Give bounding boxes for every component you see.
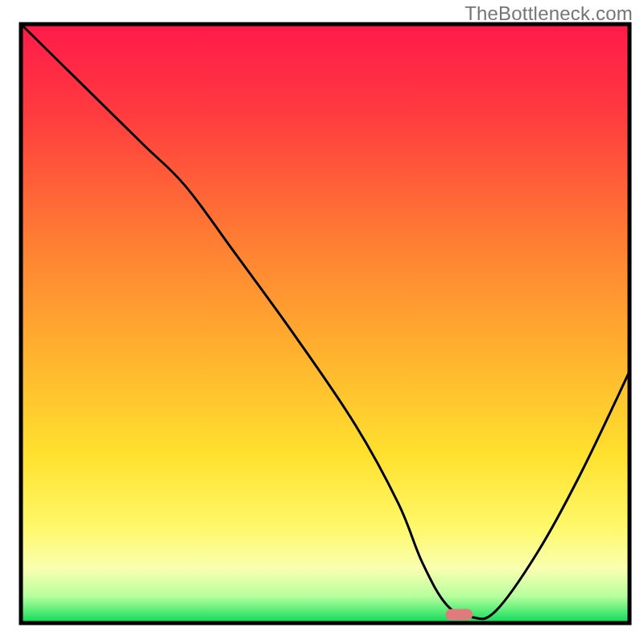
chart-container: { "watermark": "TheBottleneck.com", "cha… <box>0 0 644 644</box>
watermark-text: TheBottleneck.com <box>464 2 633 25</box>
optimal-marker <box>445 609 473 621</box>
bottleneck-chart <box>0 0 644 644</box>
